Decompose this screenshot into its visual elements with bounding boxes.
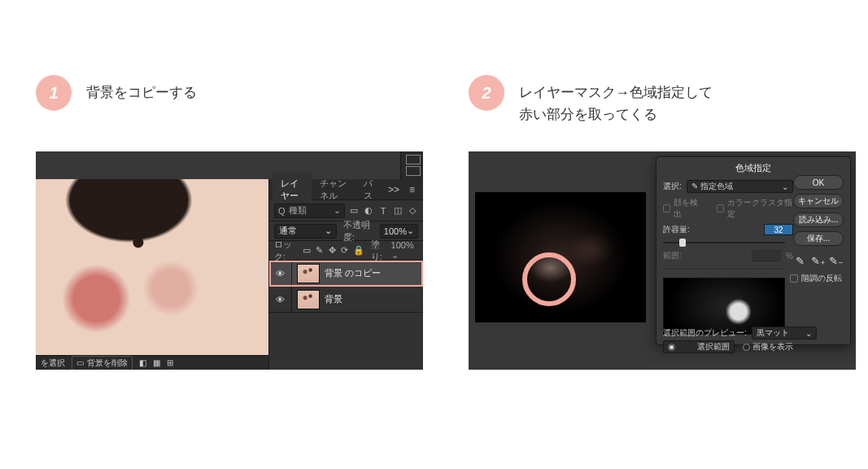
step-1-heading: 1 背景をコピーする — [36, 75, 197, 111]
cluster-checkbox[interactable]: カラークラスタ指定 — [717, 197, 793, 220]
checkbox-icon — [790, 274, 798, 283]
eyedropper-sub-icon[interactable]: ✎₋ — [829, 255, 842, 268]
preview-mode-label: 選択範囲のプレビュー: — [663, 327, 747, 339]
lock-row: ロック: ▭ ✎ ✥ ⟳ 🔒 塗り: 100% ⌄ — [269, 241, 423, 261]
checkbox-icon — [717, 204, 724, 213]
lock-transparent-icon[interactable]: ▭ — [302, 245, 312, 256]
visibility-toggle[interactable]: 👁 — [269, 261, 292, 286]
screenshot-layers-panel: を選択 ▭ 背景を削除 ◧ ▦ ⊞ レイヤー チャンネル パス >> ≡ Q 種… — [36, 151, 423, 370]
filter-pixel-icon[interactable]: ▭ — [348, 205, 360, 216]
tab-paths[interactable]: パス — [355, 173, 383, 207]
fill-label: 塗り: — [371, 239, 388, 263]
radio-icon — [743, 344, 750, 351]
invert-label: 階調の反転 — [801, 273, 842, 284]
chevron-down-icon: ⌄ — [407, 226, 414, 236]
lock-artboard-icon[interactable]: ⟳ — [340, 245, 350, 256]
preview-radios: 選択範囲 画像を表示 — [663, 340, 793, 353]
save-button[interactable]: 保存... — [793, 231, 844, 246]
range-slider — [663, 265, 785, 272]
filter-smart-icon[interactable]: ◇ — [407, 205, 418, 216]
select-dropdown[interactable]: ✎ 指定色域 ⌄ — [687, 180, 793, 193]
layer-row-bg[interactable]: 👁 背景 — [269, 287, 423, 313]
tab-layers[interactable]: レイヤー — [273, 173, 312, 207]
lock-position-icon[interactable]: ✥ — [327, 245, 337, 256]
eyedropper-add-icon[interactable]: ✎₊ — [811, 255, 824, 268]
blend-mode-value: 通常 — [279, 225, 297, 237]
bottom-icon: ◧ — [139, 358, 146, 367]
chevron-down-icon: ⌄ — [325, 226, 332, 236]
step-2-number: 2 — [482, 84, 491, 103]
right-toolbar — [400, 151, 423, 179]
step-1-title: 背景をコピーする — [86, 75, 197, 103]
preview-mode-select[interactable]: 黒マット ⌄ — [752, 327, 817, 340]
color-range-dialog: 色域指定 OK キャンセル 読み込み... 保存... 選択: ✎ 指定色域 ⌄… — [656, 156, 851, 345]
panel-menu-icon[interactable]: ≡ — [404, 184, 420, 195]
fuzziness-slider[interactable] — [663, 239, 785, 246]
highlight-circle — [522, 252, 576, 306]
fuzziness-value: 32 — [774, 226, 783, 234]
bottom-icon: ▦ — [153, 358, 160, 367]
fill-value: 100% — [391, 240, 414, 250]
fuzziness-label: 許容量: — [663, 224, 690, 235]
eyedropper-tools: ✎ ✎₊ ✎₋ — [793, 255, 842, 268]
dropdown-icon: ⌄ — [334, 205, 341, 216]
checkbox-icon — [663, 204, 670, 213]
fill-field[interactable]: 100% ⌄ — [391, 240, 418, 261]
eyedropper-icon[interactable]: ✎ — [793, 255, 806, 268]
remove-background-button[interactable]: ▭ 背景を削除 — [72, 356, 133, 370]
layer-name: 背景 — [325, 293, 342, 305]
layers-panel: レイヤー チャンネル パス >> ≡ Q 種類 ⌄ ▭ ◐ T ◫ ◇ 通常 ⌄ — [268, 179, 423, 370]
canvas-image — [36, 179, 268, 355]
select-suffix: を選択 — [41, 357, 65, 369]
detect-faces-label: 顔を検出 — [674, 197, 703, 220]
fuzziness-field[interactable]: 32 — [764, 224, 793, 235]
blend-mode-select[interactable]: 通常 ⌄ — [274, 224, 337, 239]
panel-more-icon[interactable]: >> — [383, 184, 404, 195]
select-label: 選択: — [663, 181, 682, 192]
search-icon: Q — [278, 206, 286, 216]
panel-tabs: レイヤー チャンネル パス >> ≡ — [269, 179, 423, 200]
fuzziness-row: 許容量: 32 — [663, 224, 793, 235]
filter-type-icon[interactable]: T — [377, 206, 389, 216]
lock-label: ロック: — [274, 239, 299, 263]
ok-button[interactable]: OK — [793, 175, 844, 190]
range-field — [752, 250, 781, 261]
load-button[interactable]: 読み込み... — [793, 213, 844, 227]
radio-selection[interactable]: 選択範囲 — [663, 340, 735, 353]
remove-bg-label: 背景を削除 — [87, 357, 128, 369]
preview-mode-value: 黒マット — [757, 327, 789, 339]
filter-shape-icon[interactable]: ◫ — [392, 205, 403, 216]
detect-faces-checkbox[interactable]: 顔を検出 — [663, 197, 703, 220]
dialog-footer: 選択範囲のプレビュー: 黒マット ⌄ — [663, 327, 844, 340]
visibility-toggle[interactable]: 👁 — [269, 287, 292, 312]
tab-channels[interactable]: チャンネル — [312, 173, 356, 207]
invert-checkbox[interactable]: 階調の反転 — [790, 273, 842, 284]
step-1-number: 1 — [49, 84, 58, 103]
opacity-value: 100% — [384, 226, 407, 236]
cluster-label: カラークラスタ指定 — [727, 197, 793, 220]
dialog-title: 色域指定 — [663, 162, 844, 176]
radio-image[interactable]: 画像を表示 — [743, 341, 793, 353]
radio-selection-label: 選択範囲 — [697, 341, 730, 353]
filter-adjust-icon[interactable]: ◐ — [363, 205, 374, 216]
layer-row-bg-copy[interactable]: 👁 背景 のコピー — [269, 261, 423, 287]
chevron-down-icon: ⌄ — [391, 250, 399, 260]
radio-icon — [668, 344, 675, 351]
screenshot-color-range: 設置 色域指定 OK キャンセル 読み込み... 保存... 選択: ✎ 指定色… — [469, 151, 856, 370]
layer-thumbnail — [297, 264, 320, 283]
bottom-icon: ⊞ — [167, 358, 173, 367]
lock-all-icon[interactable]: 🔒 — [353, 245, 364, 256]
cancel-button[interactable]: キャンセル — [793, 194, 844, 208]
options-bar: を選択 ▭ 背景を削除 ◧ ▦ ⊞ — [36, 355, 268, 370]
lock-paint-icon[interactable]: ✎ — [315, 245, 325, 256]
slider-knob[interactable] — [679, 239, 686, 247]
range-unit: % — [786, 252, 793, 261]
range-row: 範囲: % — [663, 250, 793, 261]
step-2-badge: 2 — [469, 75, 504, 111]
layer-filter-select[interactable]: Q 種類 ⌄ — [274, 204, 345, 218]
layer-name: 背景 のコピー — [325, 267, 381, 279]
radio-image-label: 画像を表示 — [752, 341, 793, 353]
layer-thumbnail — [297, 290, 320, 309]
opacity-field[interactable]: 100% ⌄ — [380, 224, 418, 239]
step-1-badge: 1 — [36, 75, 72, 111]
